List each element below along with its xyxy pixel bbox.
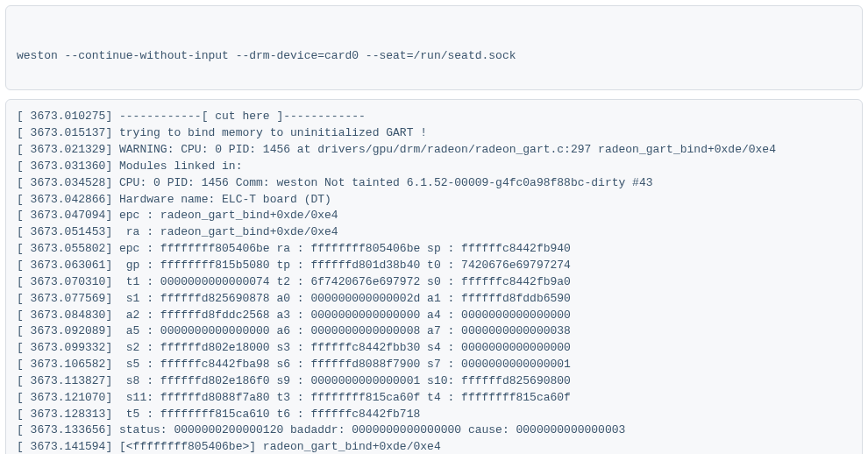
command-block: weston --continue-without-input --drm-de… <box>5 5 863 90</box>
log-line: [ 3673.133656] status: 0000000200000120 … <box>17 422 851 439</box>
log-line: [ 3673.077569] s1 : ffffffd825690878 a0 … <box>17 291 851 308</box>
log-line: [ 3673.055802] epc : ffffffff805406be ra… <box>17 241 851 258</box>
log-line: [ 3673.010275] ------------[ cut here ]-… <box>17 109 851 125</box>
log-line: [ 3673.121070] s11: ffffffd8088f7a80 t3 … <box>17 390 851 407</box>
log-line: [ 3673.042866] Hardware name: ELC-T boar… <box>17 192 851 209</box>
log-line: [ 3673.113827] s8 : ffffffd802e186f0 s9 … <box>17 373 851 390</box>
log-line: [ 3673.031360] Modules linked in: <box>17 159 851 175</box>
log-line: [ 3673.092089] a5 : 0000000000000000 a6 … <box>17 323 851 340</box>
log-line: [ 3673.128313] t5 : ffffffff815ca610 t6 … <box>17 407 851 423</box>
command-line: weston --continue-without-input --drm-de… <box>17 48 851 65</box>
log-line: [ 3673.063061] gp : ffffffff815b5080 tp … <box>17 258 851 274</box>
log-line: [ 3673.021329] WARNING: CPU: 0 PID: 1456… <box>17 142 851 159</box>
log-line: [ 3673.084830] a2 : ffffffd8fddc2568 a3 … <box>17 308 851 324</box>
log-line: [ 3673.106582] s5 : ffffffc8442fba98 s6 … <box>17 357 851 373</box>
log-line: [ 3673.141594] [<ffffffff805406be>] rade… <box>17 439 851 454</box>
log-line: [ 3673.099332] s2 : ffffffd802e18000 s3 … <box>17 340 851 357</box>
log-line: [ 3673.047094] epc : radeon_gart_bind+0x… <box>17 208 851 224</box>
log-line: [ 3673.034528] CPU: 0 PID: 1456 Comm: we… <box>17 175 851 192</box>
kernel-log-block: [ 3673.010275] ------------[ cut here ]-… <box>5 99 863 454</box>
log-line: [ 3673.051453] ra : radeon_gart_bind+0xd… <box>17 224 851 241</box>
log-line: [ 3673.070310] t1 : 0000000000000074 t2 … <box>17 274 851 291</box>
log-line: [ 3673.015137] trying to bind memory to … <box>17 125 851 142</box>
